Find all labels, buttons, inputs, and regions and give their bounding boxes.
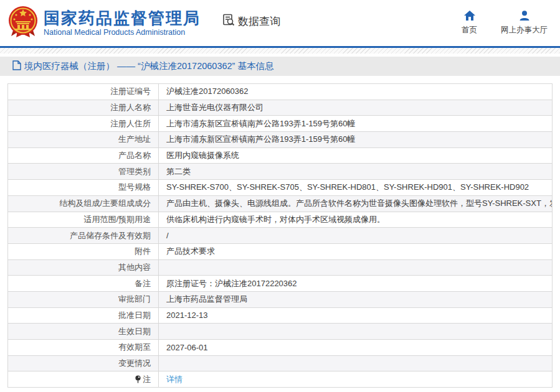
table-row: 产品储存条件及有效期/	[8, 228, 553, 244]
table-row: 型号规格SY-SHREK-S700、SY-SHREK-S705、SY-SHREK…	[8, 180, 553, 196]
row-value: 上海市浦东新区宣桥镇南芦公路193弄1-159号第60幢	[159, 116, 553, 132]
nav-service-hall[interactable]: 网上办事大厅	[501, 11, 548, 35]
row-label: 适用范围/预期用途	[8, 212, 159, 228]
table-row: 附件产品技术要求	[8, 243, 553, 259]
row-label: 产品名称	[8, 147, 159, 164]
row-label: 型号规格	[8, 180, 159, 196]
row-value: 供临床机构进行内窥镜手术时，对体内手术区域视频成像用。	[159, 212, 553, 228]
registration-info-table: 注册证编号沪械注准20172060362注册人名称上海世音光电仪器有限公司注册人…	[7, 83, 553, 388]
row-label: 管理类别	[8, 164, 159, 180]
row-value: 产品由主机、摄像头、电源线组成。产品所含软件名称为世音摄像头图像处理软件，型号S…	[159, 195, 553, 212]
table-row: 生效日期	[8, 324, 553, 340]
row-label: 注	[8, 371, 159, 388]
site-header: 国家药品监督管理局 National Medical Products Admi…	[0, 0, 560, 46]
row-label: 注册人住所	[8, 116, 159, 132]
nav-service-hall-label: 网上办事大厅	[501, 25, 548, 35]
table-row: 批准日期2021-12-13	[8, 307, 553, 324]
hatch-stripe	[0, 48, 560, 54]
row-label: 批准日期	[8, 307, 159, 324]
table-row: 适用范围/预期用途供临床机构进行内窥镜手术时，对体内手术区域视频成像用。	[8, 212, 553, 228]
row-value	[159, 324, 553, 340]
row-label: 生产地址	[8, 132, 159, 148]
row-label: 其他内容	[8, 259, 159, 276]
row-value: 第二类	[159, 164, 553, 180]
row-value: 2027-06-01	[159, 340, 553, 356]
details-link[interactable]: 详情	[166, 375, 183, 384]
row-label: 结构及组成/主要组成成分	[8, 195, 159, 212]
table-row: 备注原注册证号：沪械注准20172220362	[8, 276, 553, 292]
org-title: 国家药品监督管理局	[44, 9, 201, 28]
row-value	[159, 355, 553, 371]
table-row: 结构及组成/主要组成成分产品由主机、摄像头、电源线组成。产品所含软件名称为世音摄…	[8, 195, 553, 212]
row-label: 审批部门	[8, 291, 159, 307]
nav-home-label: 首页	[462, 25, 477, 35]
document-search-icon	[222, 13, 238, 30]
user-icon	[519, 11, 530, 22]
row-label: 备注	[8, 276, 159, 292]
main-content: 注册证编号沪械注准20172060362注册人名称上海世音光电仪器有限公司注册人…	[0, 76, 560, 388]
header-nav: 首页 网上办事大厅	[462, 11, 548, 35]
row-value: 上海世音光电仪器有限公司	[159, 100, 553, 116]
table-row: 产品名称医用内窥镜摄像系统	[8, 147, 553, 164]
home-icon	[464, 11, 475, 22]
row-label: 有效期至	[8, 340, 159, 356]
table-row: 变更情况	[8, 355, 553, 371]
page-title: 境内医疗器械（注册） —— “沪械注准20172060362” 基本信息	[24, 60, 273, 72]
table-row: 管理类别第二类	[8, 164, 553, 180]
row-label: 注册证编号	[8, 84, 159, 100]
nmpa-logo[interactable]: 国家药品监督管理局 National Medical Products Admi…	[7, 5, 201, 41]
row-value: 上海市浦东新区宣桥镇南芦公路193弄1-159号第60幢	[159, 132, 553, 148]
row-value: 上海市药品监督管理局	[159, 291, 553, 307]
data-query-link[interactable]: 数据查询	[222, 13, 280, 30]
table-row: 有效期至2027-06-01	[8, 340, 553, 356]
breadcrumb: 境内医疗器械（注册） —— “沪械注准20172060362” 基本信息	[0, 57, 560, 76]
table-row: 注详情	[8, 371, 553, 388]
table-row: 注册人住所上海市浦东新区宣桥镇南芦公路193弄1-159号第60幢	[8, 116, 553, 132]
row-label: 产品储存条件及有效期	[8, 228, 159, 244]
row-value: /	[159, 228, 553, 244]
table-row: 注册人名称上海世音光电仪器有限公司	[8, 100, 553, 116]
table-row: 注册证编号沪械注准20172060362	[8, 84, 553, 100]
row-value: 医用内窥镜摄像系统	[159, 147, 553, 164]
row-value: 沪械注准20172060362	[159, 84, 553, 100]
row-value	[159, 259, 553, 276]
org-subtitle: National Medical Products Administration	[44, 28, 201, 37]
row-value: 产品技术要求	[159, 243, 553, 259]
table-row: 生产地址上海市浦东新区宣桥镇南芦公路193弄1-159号第60幢	[8, 132, 553, 148]
row-label: 变更情况	[8, 355, 159, 371]
row-value: 原注册证号：沪械注准20172220362	[159, 276, 553, 292]
row-label: 附件	[8, 243, 159, 259]
data-query-label: 数据查询	[238, 14, 280, 29]
national-emblem-icon	[7, 5, 39, 41]
row-value: 详情	[159, 371, 553, 388]
row-label: 生效日期	[8, 324, 159, 340]
row-value: 2021-12-13	[159, 307, 553, 324]
document-icon	[12, 60, 24, 72]
table-row: 其他内容	[8, 259, 553, 276]
row-label: 注册人名称	[8, 100, 159, 116]
row-value: SY-SHREK-S700、SY-SHREK-S705、SY-SHREK-HD8…	[159, 180, 553, 196]
nav-home[interactable]: 首页	[462, 11, 477, 35]
table-row: 审批部门上海市药品监督管理局	[8, 291, 553, 307]
